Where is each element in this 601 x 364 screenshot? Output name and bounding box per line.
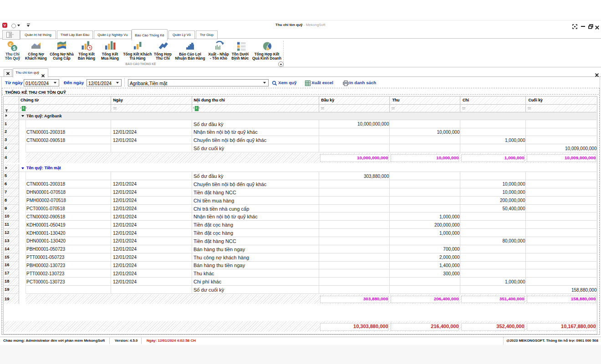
svg-text:$: $ (13, 46, 15, 51)
svg-text:€: € (9, 42, 11, 47)
